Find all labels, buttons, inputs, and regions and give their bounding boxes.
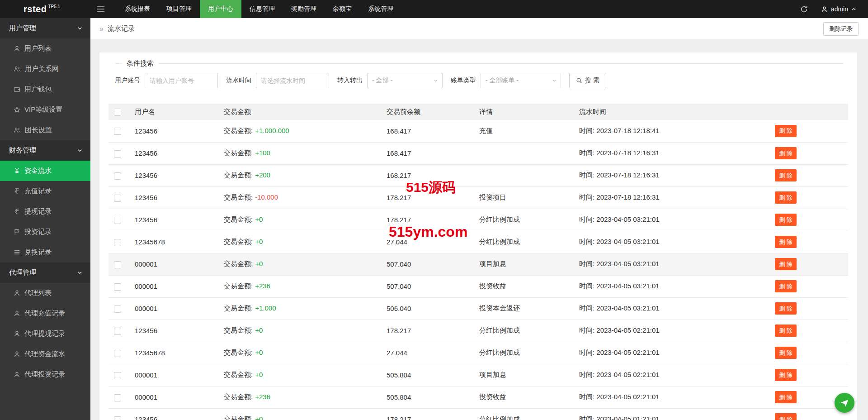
row-username: 123456 bbox=[135, 127, 157, 135]
flag-icon bbox=[14, 229, 20, 235]
row-checkbox[interactable] bbox=[114, 195, 121, 202]
row-delete-button[interactable]: 删 除 bbox=[775, 258, 797, 270]
sidebar-item-user-wallet[interactable]: 用户钱包 bbox=[0, 79, 90, 100]
row-amount-value: +200 bbox=[255, 171, 270, 179]
row-checkbox[interactable] bbox=[114, 283, 121, 291]
chevron-down-icon bbox=[77, 270, 82, 275]
row-delete-button[interactable]: 删 除 bbox=[775, 280, 797, 292]
nav-item-system-report[interactable]: 系统报表 bbox=[117, 0, 158, 18]
row-checkbox[interactable] bbox=[114, 305, 121, 313]
row-delete-button[interactable]: 删 除 bbox=[775, 391, 797, 403]
search-button[interactable]: 搜 索 bbox=[569, 73, 606, 88]
row-amount-label: 交易金额: bbox=[224, 193, 253, 201]
row-delete-button[interactable]: 删 除 bbox=[775, 236, 797, 248]
row-balance: 27.044 bbox=[387, 349, 407, 357]
sidebar-item-vip-level-settings[interactable]: VIP等级设置 bbox=[0, 100, 90, 120]
nav-item-info-management[interactable]: 信息管理 bbox=[241, 0, 283, 18]
row-delete-button[interactable]: 删 除 bbox=[775, 369, 797, 381]
row-checkbox[interactable] bbox=[114, 128, 121, 135]
row-delete-button[interactable]: 删 除 bbox=[775, 347, 797, 359]
row-username: 123456 bbox=[135, 194, 157, 201]
row-checkbox[interactable] bbox=[114, 416, 121, 420]
row-checkbox[interactable] bbox=[114, 261, 121, 268]
search-icon bbox=[576, 77, 582, 84]
sidebar-section-agent-management[interactable]: 代理管理 bbox=[0, 262, 90, 283]
direction-select-value: - 全部 - bbox=[372, 76, 392, 85]
sidebar-item-invest-records[interactable]: 投资记录 bbox=[0, 222, 90, 242]
nav-item-yuebao[interactable]: 余额宝 bbox=[325, 0, 360, 18]
sidebar-section-finance-management[interactable]: 财务管理 bbox=[0, 140, 90, 161]
row-username: 000001 bbox=[135, 282, 157, 290]
sidebar-item-agent-recharge-records[interactable]: 代理充值记录 bbox=[0, 303, 90, 324]
row-detail: 投资收益 bbox=[479, 393, 506, 401]
customer-service-button[interactable] bbox=[835, 393, 854, 413]
row-delete-button[interactable]: 删 除 bbox=[775, 147, 797, 159]
sidebar-item-agent-list[interactable]: 代理列表 bbox=[0, 283, 90, 303]
row-time: 时间: 2023-04-05 03:21:01 bbox=[579, 282, 660, 290]
column-header-balance: 交易前余额 bbox=[387, 104, 479, 120]
sidebar-section-user-management[interactable]: 用户管理 bbox=[0, 18, 90, 38]
row-time: 时间: 2023-04-05 01:21:01 bbox=[579, 415, 660, 420]
row-checkbox[interactable] bbox=[114, 350, 121, 357]
sidebar-item-agent-withdraw-records[interactable]: 代理提现记录 bbox=[0, 324, 90, 344]
direction-label: 转入转出 bbox=[337, 76, 363, 85]
row-amount-value: +0 bbox=[255, 238, 263, 245]
row-checkbox[interactable] bbox=[114, 328, 121, 335]
nav-item-system-management[interactable]: 系统管理 bbox=[360, 0, 401, 18]
row-checkbox[interactable] bbox=[114, 372, 121, 379]
sidebar-section-label: 用户管理 bbox=[9, 24, 36, 33]
row-delete-button[interactable]: 删 除 bbox=[775, 169, 797, 181]
row-amount-value: +0 bbox=[255, 371, 263, 378]
row-username: 000001 bbox=[135, 260, 157, 268]
flow-records-table: 用户名 交易金额 交易前余额 详情 流水时间 123456 交易金额:+1.00… bbox=[108, 104, 848, 420]
row-checkbox[interactable] bbox=[114, 150, 121, 158]
sidebar-item-withdraw-records[interactable]: 提现记录 bbox=[0, 201, 90, 222]
select-all-checkbox[interactable] bbox=[114, 109, 121, 116]
nav-item-user-center[interactable]: 用户中心 bbox=[200, 0, 241, 18]
breadcrumb: » 流水记录 删除记录 bbox=[90, 18, 868, 40]
row-delete-button[interactable]: 删 除 bbox=[775, 302, 797, 315]
sidebar-item-user-list[interactable]: 用户列表 bbox=[0, 38, 90, 59]
nav-item-reward-management[interactable]: 奖励管理 bbox=[283, 0, 325, 18]
row-balance: 507.040 bbox=[387, 260, 411, 268]
users-icon bbox=[14, 127, 21, 134]
sidebar-item-label: 代理投资记录 bbox=[24, 370, 65, 379]
account-input[interactable] bbox=[145, 73, 218, 88]
row-time: 时间: 2023-04-05 02:21:01 bbox=[579, 393, 660, 401]
direction-select[interactable]: - 全部 - bbox=[367, 73, 443, 88]
row-balance: 168.417 bbox=[387, 149, 411, 157]
sidebar-item-exchange-records[interactable]: 兑换记录 bbox=[0, 242, 90, 262]
sidebar-item-recharge-records[interactable]: 充值记录 bbox=[0, 181, 90, 201]
search-row: 用户账号 流水时间 转入转出 - 全部 - 账单类型 bbox=[115, 73, 848, 88]
row-delete-button[interactable]: 删 除 bbox=[775, 325, 797, 337]
bill-type-label: 账单类型 bbox=[451, 76, 476, 85]
row-checkbox[interactable] bbox=[114, 217, 121, 224]
nav-item-project-management[interactable]: 项目管理 bbox=[158, 0, 200, 18]
row-checkbox[interactable] bbox=[114, 239, 121, 246]
table-row: 123456 交易金额:+200 168.217 时间: 2023-07-18 … bbox=[108, 164, 848, 186]
delete-records-button[interactable]: 删除记录 bbox=[823, 22, 859, 36]
row-delete-button[interactable]: 删 除 bbox=[775, 125, 797, 137]
row-checkbox[interactable] bbox=[114, 172, 121, 180]
row-checkbox[interactable] bbox=[114, 394, 121, 401]
sidebar-item-agent-fund-flow[interactable]: 代理资金流水 bbox=[0, 344, 90, 364]
money-icon bbox=[14, 167, 20, 174]
row-delete-button[interactable]: 删 除 bbox=[775, 413, 797, 420]
user-icon bbox=[14, 330, 20, 337]
row-amount-label: 交易金额: bbox=[224, 127, 253, 134]
paper-plane-icon bbox=[840, 398, 849, 407]
refresh-button[interactable] bbox=[794, 0, 815, 18]
row-detail: 投资项目 bbox=[479, 193, 506, 201]
table-row: 123456 交易金额:+0 178.217 分红比例加成 时间: 2023-0… bbox=[108, 209, 848, 231]
sidebar-item-leader-settings[interactable]: 团长设置 bbox=[0, 120, 90, 140]
flow-time-input[interactable] bbox=[256, 73, 329, 88]
sidebar-item-agent-invest-records[interactable]: 代理投资记录 bbox=[0, 364, 90, 385]
bill-type-select[interactable]: - 全部账单 - bbox=[481, 73, 561, 88]
row-delete-button[interactable]: 删 除 bbox=[775, 214, 797, 226]
hamburger-button[interactable] bbox=[90, 0, 111, 18]
row-detail: 分红比例加成 bbox=[479, 215, 520, 223]
sidebar-item-user-network[interactable]: 用户关系网 bbox=[0, 59, 90, 79]
sidebar-item-fund-flow[interactable]: 资金流水 bbox=[0, 161, 90, 181]
row-delete-button[interactable]: 删 除 bbox=[775, 191, 797, 204]
admin-menu[interactable]: admin bbox=[815, 0, 868, 18]
